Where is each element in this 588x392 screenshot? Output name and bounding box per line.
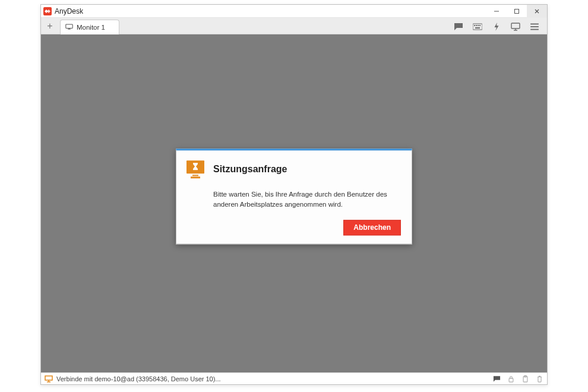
svg-rect-23: [192, 175, 198, 176]
app-title: AnyDesk: [55, 7, 83, 15]
app-window: AnyDesk + Monitor 1: [40, 4, 548, 385]
svg-rect-11: [476, 25, 477, 26]
svg-rect-13: [479, 25, 480, 26]
menu-icon[interactable]: [529, 21, 540, 32]
titlebar: AnyDesk: [41, 5, 547, 18]
svg-rect-9: [473, 24, 482, 30]
session-request-dialog: Sitzungsanfrage Bitte warten Sie, bis Ih…: [176, 148, 412, 244]
svg-marker-15: [495, 23, 499, 31]
svg-rect-10: [474, 25, 475, 26]
cancel-button[interactable]: Abbrechen: [343, 220, 401, 236]
status-text: Verbinde mit demo-10@ad (33958436, Demo …: [56, 375, 221, 382]
dialog-title: Sitzungsanfrage: [213, 164, 287, 175]
window-minimize-button[interactable]: [486, 5, 507, 18]
app-logo-icon: [43, 7, 52, 15]
svg-rect-14: [475, 27, 480, 29]
remote-viewport[interactable]: Sitzungsanfrage Bitte warten Sie, bis Ih…: [41, 34, 547, 372]
window-maximize-button[interactable]: [507, 5, 527, 18]
svg-rect-28: [509, 378, 513, 382]
chat-icon[interactable]: [453, 21, 464, 32]
svg-rect-16: [511, 23, 520, 29]
tab-label: Monitor 1: [77, 24, 105, 31]
svg-rect-24: [191, 176, 200, 178]
display-icon[interactable]: [510, 21, 521, 32]
status-clipboard-icon[interactable]: [521, 375, 529, 383]
window-close-button[interactable]: [527, 5, 547, 18]
status-trash-icon[interactable]: [535, 375, 543, 383]
tabbar: + Monitor 1: [41, 18, 547, 34]
svg-rect-3: [515, 9, 519, 13]
status-right-icons: [492, 375, 543, 383]
tab-monitor-1[interactable]: Monitor 1: [60, 20, 119, 34]
status-lock-icon[interactable]: [507, 375, 515, 383]
new-tab-button[interactable]: +: [43, 20, 56, 32]
monitor-icon: [65, 24, 73, 31]
status-chat-icon[interactable]: [492, 375, 501, 383]
toolbar-icons: [453, 21, 543, 34]
actions-icon[interactable]: [491, 21, 502, 32]
dialog-body: Bitte warten Sie, bis Ihre Anfrage durch…: [185, 189, 401, 209]
svg-rect-25: [45, 376, 52, 380]
svg-marker-1: [47, 10, 50, 13]
statusbar: Verbinde mit demo-10@ad (33958436, Demo …: [41, 372, 547, 384]
keyboard-icon[interactable]: [472, 21, 483, 32]
hourglass-monitor-icon: [185, 159, 206, 180]
svg-rect-12: [478, 25, 479, 26]
svg-rect-6: [66, 24, 72, 29]
status-monitor-icon: [45, 375, 53, 382]
